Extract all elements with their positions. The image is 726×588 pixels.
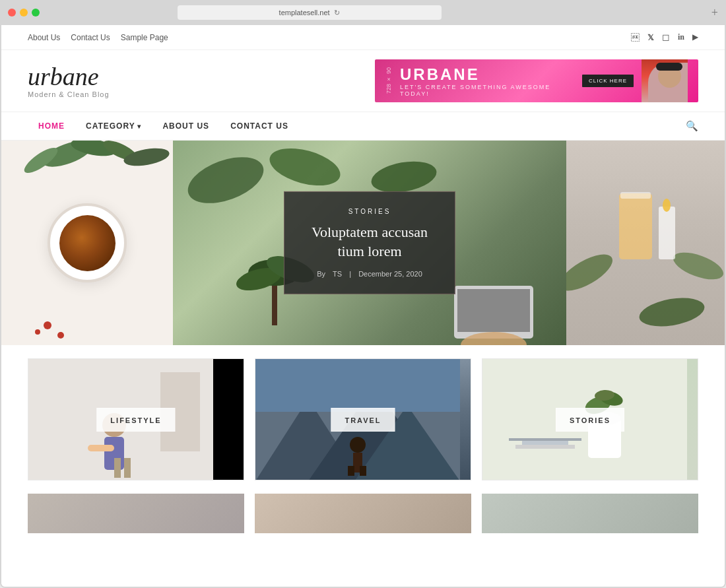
svg-rect-19 xyxy=(620,192,651,199)
category-section: LIFESTYLE xyxy=(1,345,725,494)
featured-article-meta: By TS | December 25, 2020 xyxy=(304,270,435,278)
teaser-bg-3 xyxy=(482,494,698,533)
ad-title: URBANE xyxy=(400,65,574,84)
svg-rect-41 xyxy=(360,466,366,476)
svg-rect-16 xyxy=(457,289,530,332)
svg-point-38 xyxy=(350,437,366,453)
featured-grid: STORIES Voluptatem accusan tium lorem By… xyxy=(1,141,725,345)
featured-coffee-image xyxy=(1,141,173,345)
facebook-icon[interactable]:  xyxy=(631,32,640,43)
svg-point-9 xyxy=(265,142,344,193)
svg-rect-32 xyxy=(124,458,131,478)
coffee-liquid xyxy=(59,215,116,271)
ad-cta-button[interactable]: CLICK HERE xyxy=(582,75,634,87)
featured-date: December 25, 2020 xyxy=(358,270,422,278)
stories-label: STORIES xyxy=(570,416,610,424)
svg-point-21 xyxy=(670,247,725,284)
top-link-sample[interactable]: Sample Page xyxy=(121,33,168,42)
twitter-icon[interactable]: 𝕏 xyxy=(647,33,654,42)
logo-text[interactable]: urbane xyxy=(28,64,110,89)
minimize-button[interactable] xyxy=(20,9,28,16)
teaser-card-3[interactable] xyxy=(482,494,698,533)
teaser-card-2[interactable] xyxy=(255,494,471,533)
svg-rect-37 xyxy=(255,359,460,412)
teaser-row xyxy=(1,494,725,546)
svg-rect-30 xyxy=(88,445,114,451)
lifestyle-label-wrapper: LIFESTYLE xyxy=(96,408,175,432)
svg-rect-40 xyxy=(348,466,354,476)
featured-drink-image xyxy=(566,141,725,345)
fullscreen-button[interactable] xyxy=(32,9,40,16)
svg-point-5 xyxy=(44,321,51,329)
reload-icon[interactable]: ↻ xyxy=(334,9,340,17)
instagram-icon[interactable]: ◻ xyxy=(662,32,670,43)
coffee-cup xyxy=(48,203,127,282)
logo-area: urbane Modern & Clean Blog xyxy=(28,64,110,98)
travel-label-wrapper: TRAVEL xyxy=(331,408,395,432)
nav-links: HOME CATEGORY ABOUT US CONTACT US xyxy=(28,112,299,140)
linkedin-icon[interactable]: in xyxy=(678,32,684,42)
top-link-contact[interactable]: Contact Us xyxy=(71,33,110,42)
lifestyle-label: LIFESTYLE xyxy=(110,416,161,424)
site-wrapper: About Us Contact Us Sample Page  𝕏 ◻ in… xyxy=(1,25,725,587)
close-button[interactable] xyxy=(8,9,16,16)
main-nav: HOME CATEGORY ABOUT US CONTACT US 🔍 xyxy=(1,112,725,141)
url-bar[interactable]: templatesell.net ↻ xyxy=(178,5,442,20)
svg-rect-50 xyxy=(509,438,581,441)
svg-point-24 xyxy=(663,199,671,212)
teaser-bg-1 xyxy=(28,494,244,533)
logo-tagline: Modern & Clean Blog xyxy=(28,90,110,98)
nav-contact[interactable]: CONTACT US xyxy=(220,112,299,140)
featured-category-label: STORIES xyxy=(304,208,435,215)
ad-content: URBANE LET'S CREATE SOMETHING AWESOME TO… xyxy=(400,65,574,97)
ad-banner[interactable]: 728 × 90 URBANE LET'S CREATE SOMETHING A… xyxy=(375,59,698,102)
nav-about[interactable]: ABOUT US xyxy=(152,112,220,140)
travel-label: TRAVEL xyxy=(345,416,381,424)
svg-point-6 xyxy=(57,332,64,339)
nav-home[interactable]: HOME xyxy=(28,112,75,140)
browser-window: templatesell.net ↻ + About Us Contact Us… xyxy=(0,0,726,588)
featured-by-label: By xyxy=(317,270,325,278)
category-card-travel[interactable]: TRAVEL xyxy=(255,358,471,480)
browser-content: About Us Contact Us Sample Page  𝕏 ◻ in… xyxy=(1,25,725,587)
featured-author[interactable]: TS xyxy=(333,270,342,278)
drink-svg xyxy=(566,141,725,345)
svg-rect-49 xyxy=(522,441,568,445)
svg-point-8 xyxy=(182,148,269,212)
svg-point-7 xyxy=(35,329,40,335)
teaser-card-1[interactable] xyxy=(28,494,244,533)
youtube-icon[interactable]: ▶ xyxy=(692,32,698,42)
ad-subtitle: LET'S CREATE SOMETHING AWESOME TODAY! xyxy=(400,84,574,97)
featured-article-overlay[interactable]: STORIES Voluptatem accusan tium lorem By… xyxy=(284,191,455,294)
svg-point-20 xyxy=(566,247,618,298)
svg-rect-18 xyxy=(619,193,652,259)
browser-titlebar: templatesell.net ↻ + xyxy=(0,0,726,25)
svg-rect-31 xyxy=(114,458,121,478)
category-card-lifestyle[interactable]: LIFESTYLE xyxy=(28,358,244,480)
url-text: templatesell.net xyxy=(279,9,330,16)
header: urbane Modern & Clean Blog 728 × 90 URBA… xyxy=(1,50,725,112)
coffee-cup-container xyxy=(48,203,127,282)
search-icon[interactable]: 🔍 xyxy=(686,120,698,132)
top-links: About Us Contact Us Sample Page xyxy=(28,33,168,42)
top-link-about[interactable]: About Us xyxy=(28,33,60,42)
svg-rect-48 xyxy=(515,445,575,449)
svg-rect-23 xyxy=(659,207,675,259)
nav-category[interactable]: CATEGORY xyxy=(75,112,152,140)
featured-article-title: Voluptatem accusan tium lorem xyxy=(304,223,435,261)
svg-point-22 xyxy=(637,294,706,331)
ad-size: 728 × 90 xyxy=(385,67,392,94)
featured-date-separator: | xyxy=(349,270,351,278)
stories-label-wrapper: STORIES xyxy=(556,408,624,432)
traffic-lights xyxy=(8,9,40,16)
featured-plants-image: STORIES Voluptatem accusan tium lorem By… xyxy=(173,141,566,345)
social-icons:  𝕏 ◻ in ▶ xyxy=(631,32,698,43)
ad-model xyxy=(642,59,688,102)
new-tab-button[interactable]: + xyxy=(711,6,718,20)
teaser-bg-2 xyxy=(255,494,471,533)
top-bar: About Us Contact Us Sample Page  𝕏 ◻ in… xyxy=(1,25,725,50)
category-card-stories[interactable]: STORIES xyxy=(482,358,698,480)
